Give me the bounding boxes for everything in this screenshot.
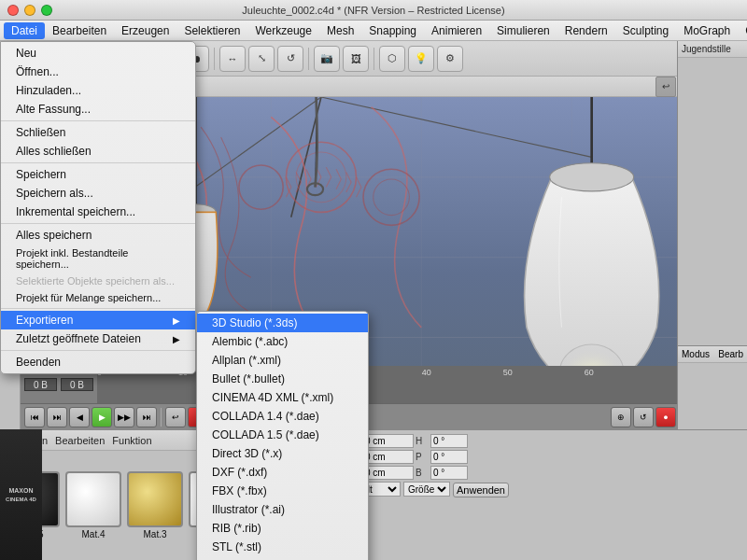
mat-bearbeiten[interactable]: Bearbeiten [55,435,105,446]
export-stl[interactable]: STL (*.stl) [197,538,368,556]
coord-row-x: X H [349,434,743,448]
menu-item-bearbeiten[interactable]: Bearbeiten [45,22,114,39]
size-select[interactable]: Größe [403,482,450,497]
menu-item-werkzeuge[interactable]: Werkzeuge [247,22,318,39]
menu-item-charakter[interactable]: Charakter [738,22,747,39]
menu-alte-fassung[interactable]: Alte Fassung... [1,100,195,119]
window-title: Juleuchte_0002.c4d * (NFR Version – Rest… [242,5,504,16]
material-item-3[interactable]: Mat.3 [127,471,183,539]
coord-field-y[interactable] [362,450,414,464]
svg-point-20 [550,163,634,191]
menu-beenden[interactable]: Beenden [1,353,195,371]
transport-bar: ⏮ ⏭ ◀ ▶ ▶▶ ⏭ ↩ ● ? ⊕ ↺ ● P ⊞ ≡ [21,403,747,429]
menu-projekt-inkl[interactable]: Projekt inkl. Bestandteile speichern... [1,245,195,273]
menu-item-mograph[interactable]: MoGraph [676,22,738,39]
menu-neu[interactable]: Neu [1,44,195,63]
export-collada14[interactable]: COLLADA 1.4 (*.dae) [197,407,368,426]
export-xml-allplan[interactable]: Allplan (*.xml) [197,351,368,370]
menu-speichern[interactable]: Speichern [1,165,195,184]
export-collada15[interactable]: COLLADA 1.5 (*.dae) [197,426,368,444]
toolbar-object-button[interactable]: ⬡ [379,46,405,72]
transport-r1[interactable]: ↺ [633,407,654,427]
separator-4 [374,48,374,70]
toolbar-render-button[interactable]: 📷 [314,46,340,72]
menu-exportieren[interactable]: Exportieren ▶ [1,311,195,329]
menu-item-sculpting[interactable]: Sculpting [615,22,676,39]
menu-alles-speichern[interactable]: Alles speichern [1,226,195,245]
menu-bar: Datei Bearbeiten Erzeugen Selektieren We… [0,21,747,41]
kf-start[interactable] [24,378,57,391]
transport-play[interactable]: ▶ [92,407,112,427]
export-bullet[interactable]: Bullet (*.bullet) [197,370,368,388]
material-swatch-4 [65,471,121,527]
transport-last[interactable]: ⏭ [136,407,157,427]
menu-inkr-speichern[interactable]: Inkremental speichern... [1,203,195,221]
toolbar-render2-button[interactable]: 🖼 [343,46,369,72]
menu-offnen[interactable]: Öffnen... [1,63,195,81]
menu-zuletzt-arrow: ▶ [173,334,180,344]
menu-hinzuladen[interactable]: Hinzuladen... [1,81,195,100]
menu-melange[interactable]: Projekt für Melange speichern... [1,289,195,306]
toolbar-scale-button[interactable]: ⤡ [248,46,275,72]
transport-loop[interactable]: ↩ [165,407,186,427]
material-item-4[interactable]: Mat.4 [65,471,121,539]
divider-2 [1,162,195,163]
divider-1 [1,120,195,121]
toolbar-light-button[interactable]: 💡 [408,46,434,72]
menu-zuletzt[interactable]: Zuletzt geöffnete Dateien ▶ [1,329,195,348]
toolbar-rotate-button[interactable]: ↺ [277,46,303,72]
coord-field-x[interactable] [362,434,414,448]
export-submenu: 3D Studio (*.3ds) Alembic (*.abc) Allpla… [196,311,369,560]
bottom-area: MAXON CINEMA 4D Erzeugen Bearbeiten Funk… [0,429,747,560]
transport-first[interactable]: ⏮ [24,407,45,427]
coord-field-b[interactable] [430,466,468,480]
toolbar-settings-button[interactable]: ⚙ [437,46,463,72]
kf-current[interactable] [61,378,93,391]
minimize-button[interactable] [24,5,35,16]
menu-item-erzeugen[interactable]: Erzeugen [114,22,176,39]
vp-icon-1[interactable]: ↩ [655,77,676,97]
menu-exportieren-arrow: ▶ [173,315,180,326]
menu-item-animieren[interactable]: Animieren [424,22,489,39]
datei-dropdown: Neu Öffnen... Hinzuladen... Alte Fassung… [0,41,196,374]
transport-r2[interactable]: ● [655,407,676,427]
menu-schliessen[interactable]: Schließen [1,123,195,142]
menu-item-selektieren[interactable]: Selektieren [176,22,247,39]
toolbar-move-button[interactable]: ↔ [219,46,246,72]
modus-header: Modus Bearb [678,346,747,363]
coord-field-z[interactable] [362,466,414,480]
material-label-4: Mat.4 [81,529,105,539]
export-illustrator[interactable]: Illustrator (*.ai) [197,500,368,519]
export-direct3d[interactable]: Direct 3D (*.x) [197,444,368,463]
transport-prev[interactable]: ⏭ [47,407,67,427]
menu-alles-schliessen[interactable]: Alles schließen [1,142,195,161]
transport-back[interactable]: ◀ [69,407,90,427]
transport-fwd[interactable]: ▶▶ [114,407,134,427]
coord-field-p[interactable] [430,450,468,464]
export-c4d-xml[interactable]: CINEMA 4D XML (*.xml) [197,388,368,407]
title-bar: Juleuchte_0002.c4d * (NFR Version – Rest… [0,0,747,21]
mat-funktion[interactable]: Funktion [112,435,151,446]
maximize-button[interactable] [41,5,52,16]
maxon-brand: MAXON [6,486,36,496]
export-abc[interactable]: Alembic (*.abc) [197,332,368,351]
coord-field-h[interactable] [430,434,468,448]
menu-item-snapping[interactable]: Snapping [361,22,424,39]
export-rib[interactable]: RIB (*.rib) [197,519,368,538]
menu-zuletzt-label: Zuletzt geöffnete Dateien [16,332,141,345]
export-3ds[interactable]: 3D Studio (*.3ds) [197,314,368,332]
export-dxf[interactable]: DXF (*.dxf) [197,463,368,482]
divider-4 [1,308,195,309]
export-vrml[interactable]: VRML 2 (*.wrl) [197,556,368,560]
menu-item-mesh[interactable]: Mesh [319,22,361,39]
cinema4d-brand: CINEMA 4D [6,496,36,503]
close-button[interactable] [7,5,19,16]
maxon-logo: MAXON CINEMA 4D [0,429,42,560]
export-fbx[interactable]: FBX (*.fbx) [197,482,368,500]
menu-item-datei[interactable]: Datei [4,22,45,39]
apply-button[interactable]: Anwenden [453,483,509,497]
menu-speichern-als[interactable]: Speichern als... [1,184,195,203]
menu-item-simulieren[interactable]: Simulieren [489,22,557,39]
transport-snap[interactable]: ⊕ [611,407,631,427]
menu-item-rendern[interactable]: Rendern [557,22,615,39]
